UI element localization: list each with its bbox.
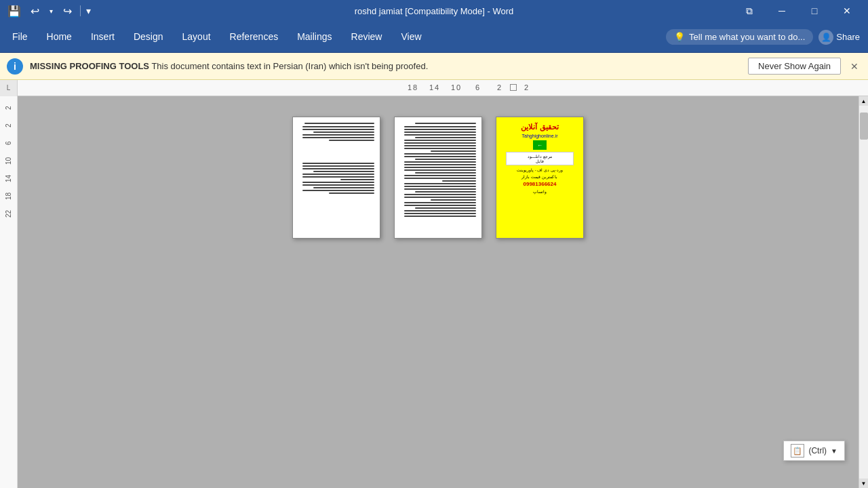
- minimize-icon: ─: [778, 5, 785, 16]
- tab-design[interactable]: Design: [124, 22, 173, 53]
- vertical-ruler: 2 2 6 10 14 18 22: [0, 96, 18, 488]
- ruler-corner[interactable]: L: [0, 80, 18, 96]
- ad-line4: با کمترین قیمت بازار: [521, 174, 557, 179]
- tab-insert[interactable]: Insert: [81, 22, 124, 53]
- maximize-button[interactable]: □: [799, 0, 830, 22]
- notification-close-button[interactable]: ✕: [848, 60, 861, 73]
- undo-dropdown[interactable]: ▾: [46, 3, 56, 18]
- redo-button[interactable]: ↪: [60, 3, 75, 18]
- ruler-left-14: 14: [5, 169, 12, 187]
- save-button[interactable]: 💾: [5, 2, 23, 20]
- ribbon: File Home Insert Design Layout Reference…: [0, 22, 868, 53]
- ad-line3: ورد-پی دی اف - پاورپوینت: [517, 167, 563, 172]
- tell-me-box[interactable]: 💡 Tell me what you want to do...: [666, 29, 813, 45]
- vertical-scrollbar[interactable]: ▲ ▼: [859, 96, 868, 488]
- scroll-track[interactable]: [859, 106, 869, 479]
- info-icon: i: [7, 58, 23, 75]
- main-area: 2 2 6 10 14 18 22: [0, 96, 868, 488]
- lightbulb-icon: 💡: [674, 32, 685, 42]
- page-3[interactable]: تحقیق آنلاین Tahghighonline.ir ← مرجع دا…: [496, 117, 584, 239]
- ruler-num-2b: 2: [518, 83, 536, 92]
- document-canvas[interactable]: تحقیق آنلاین Tahghighonline.ir ← مرجع دا…: [18, 96, 859, 488]
- tab-file[interactable]: File: [3, 22, 37, 53]
- customize-qat[interactable]: ▾: [86, 5, 91, 16]
- ruler-num-18: 18: [404, 83, 422, 92]
- ctrl-label: (Ctrl): [808, 446, 827, 455]
- page-1-content: [293, 117, 380, 201]
- quick-access-toolbar: 💾 ↩ ▾ ↪ ▾: [5, 2, 91, 20]
- ruler-left-22: 22: [5, 205, 12, 222]
- tab-layout[interactable]: Layout: [173, 22, 220, 53]
- close-icon: ✕: [843, 5, 851, 16]
- share-button[interactable]: 👤 Share: [818, 30, 860, 45]
- ruler-num-6: 6: [469, 83, 487, 92]
- scroll-up-button[interactable]: ▲: [859, 96, 869, 106]
- ruler-left-10: 10: [5, 152, 12, 169]
- ad-box1-line2: فایل: [508, 159, 572, 163]
- window-title: roshd jamiat [Compatibility Mode] - Word: [355, 6, 514, 16]
- tab-references[interactable]: References: [220, 22, 288, 53]
- ruler-num-2: 2: [491, 83, 509, 92]
- minimize-button[interactable]: ─: [766, 0, 797, 22]
- ribbon-right: 💡 Tell me what you want to do... 👤 Share: [666, 22, 865, 52]
- ruler-num-14: 14: [426, 83, 443, 92]
- tab-view[interactable]: View: [391, 22, 431, 53]
- ruler-left-18: 18: [5, 187, 12, 205]
- ad-arrow-row: ←: [533, 140, 547, 150]
- scroll-down-button[interactable]: ▼: [859, 479, 869, 488]
- tab-mailings[interactable]: Mailings: [288, 22, 341, 53]
- ruler-left-2b: 2: [5, 117, 12, 134]
- ad-box1: مرجع دانلـــود فایل: [506, 152, 574, 165]
- ad-title: تحقیق آنلاین: [521, 123, 558, 131]
- title-bar: 💾 ↩ ▾ ↪ ▾ roshd jamiat [Compatibility Mo…: [0, 0, 868, 22]
- user-icon: 👤: [818, 30, 833, 45]
- ad-box1-line1: مرجع دانلـــود: [508, 154, 572, 159]
- page-2-content: [395, 117, 481, 224]
- tell-me-text: Tell me what you want to do...: [689, 32, 805, 42]
- ruler-row: L 18 14 10 6 2 2: [0, 80, 868, 96]
- notification-text: MISSING PROOFING TOOLS This document con…: [30, 61, 741, 71]
- tab-home[interactable]: Home: [37, 22, 81, 53]
- ruler-left-6: 6: [5, 134, 12, 152]
- restore-button[interactable]: ⧉: [734, 0, 765, 22]
- notification-bar: i MISSING PROOFING TOOLS This document c…: [0, 53, 868, 80]
- ad-phone: 09981366624: [524, 181, 557, 187]
- ad-subtitle: Tahghighonline.ir: [522, 134, 558, 138]
- share-label: Share: [836, 32, 860, 42]
- ruler-numbers: 18 14 10 6 2 2: [18, 80, 868, 96]
- window-controls: ⧉ ─ □ ✕: [734, 0, 863, 22]
- page-1[interactable]: [292, 117, 380, 239]
- undo-button[interactable]: ↩: [27, 3, 42, 18]
- notification-title: MISSING PROOFING TOOLS: [30, 61, 149, 71]
- close-button[interactable]: ✕: [831, 0, 863, 22]
- scroll-thumb[interactable]: [860, 113, 868, 140]
- never-show-button[interactable]: Never Show Again: [748, 58, 841, 75]
- horizontal-ruler: 18 14 10 6 2 2: [18, 80, 868, 96]
- ctrl-popup[interactable]: 📋 (Ctrl) ▼: [783, 441, 845, 461]
- ad-green-box: ←: [533, 140, 547, 150]
- ad-content: تحقیق آنلاین Tahghighonline.ir ← مرجع دا…: [496, 117, 583, 238]
- paste-icon: 📋: [791, 444, 804, 458]
- ruler-marker: [510, 84, 517, 91]
- maximize-icon: □: [812, 5, 817, 16]
- qat-separator: [80, 5, 81, 16]
- ad-contact: واتساپ: [533, 189, 547, 194]
- ruler-left-2: 2: [5, 99, 12, 117]
- restore-icon: ⧉: [746, 5, 753, 17]
- page-2[interactable]: [394, 117, 482, 239]
- vertical-ruler-numbers: 2 2 6 10 14 18 22: [5, 99, 12, 222]
- ruler-num-10: 10: [448, 83, 465, 92]
- tab-review[interactable]: Review: [342, 22, 392, 53]
- ctrl-dropdown-icon[interactable]: ▼: [831, 447, 837, 455]
